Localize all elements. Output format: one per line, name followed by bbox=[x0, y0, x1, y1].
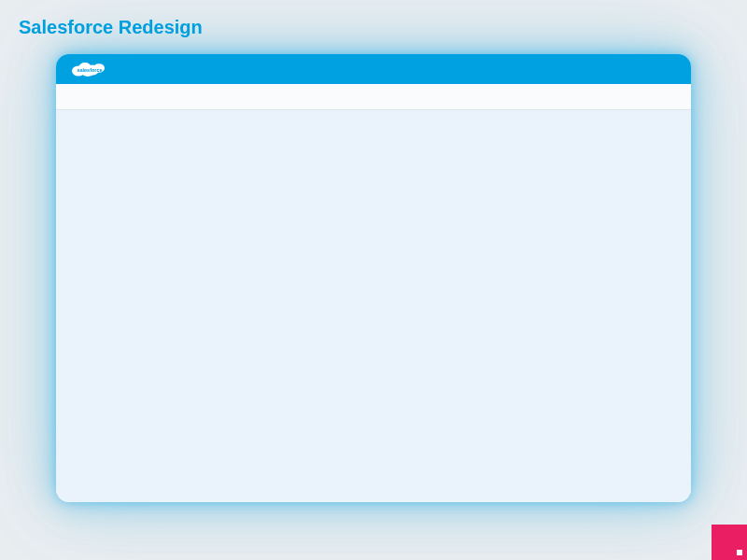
app-window: salesforce bbox=[56, 54, 691, 502]
app-header: salesforce bbox=[56, 54, 691, 84]
content-area bbox=[56, 110, 691, 502]
toolbar-strip bbox=[56, 84, 691, 110]
page-title: Salesforce Redesign bbox=[19, 17, 203, 38]
salesforce-logo-icon: salesforce bbox=[69, 60, 110, 78]
made-with-badge[interactable] bbox=[712, 525, 747, 560]
logo-text: salesforce bbox=[77, 67, 102, 73]
